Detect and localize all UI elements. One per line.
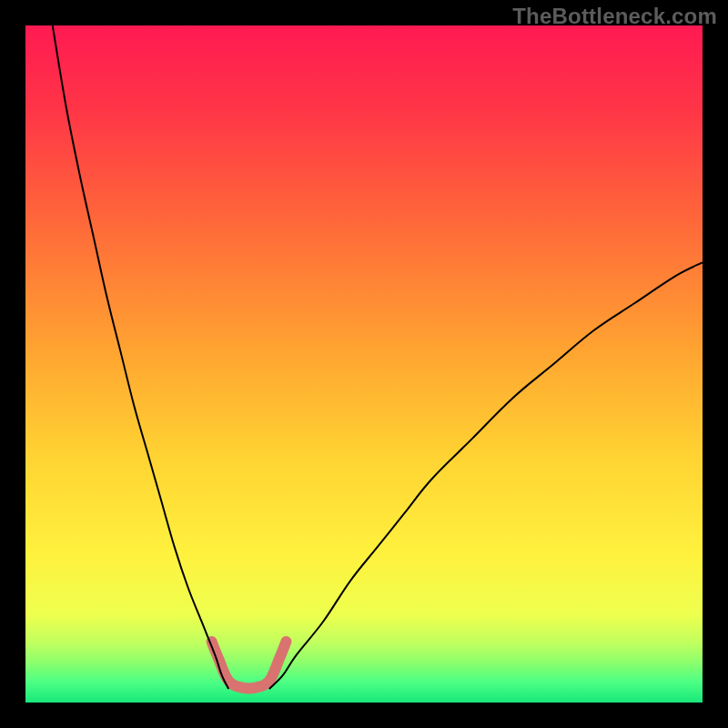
svg-rect-0 xyxy=(25,25,703,703)
chart-frame: TheBottleneck.com xyxy=(0,0,728,728)
background-gradient xyxy=(25,25,703,703)
plot-area xyxy=(25,25,703,703)
